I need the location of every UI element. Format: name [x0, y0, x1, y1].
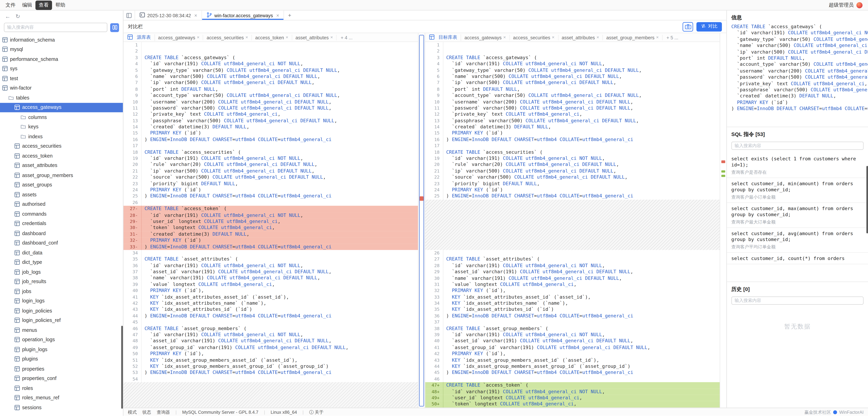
- close-icon[interactable]: ×: [597, 35, 599, 40]
- tree-item-commands[interactable]: commands: [0, 209, 123, 219]
- tree-item-performance_schema[interactable]: performance_schema: [0, 54, 123, 64]
- close-icon[interactable]: ×: [331, 35, 333, 40]
- close-icon[interactable]: ×: [245, 35, 248, 40]
- tree-item-roles_menus_ref[interactable]: roles_menus_ref: [0, 393, 123, 403]
- tree-item-login_policies_ref[interactable]: login_policies_ref: [0, 315, 123, 325]
- tree-item-sessions[interactable]: sessions: [0, 403, 123, 412]
- tree-item-test[interactable]: test: [0, 74, 123, 83]
- source-table-tab-access_securities[interactable]: access_securities×: [203, 35, 252, 40]
- menu-view[interactable]: 查看: [35, 0, 52, 10]
- statusbar-status[interactable]: 状态: [142, 409, 151, 415]
- snapshot-button[interactable]: [683, 22, 693, 31]
- target-more-tabs[interactable]: + 5 ...: [662, 35, 682, 40]
- tree-item-asset_attributes[interactable]: asset_attributes: [0, 161, 123, 170]
- sidebar-search-input[interactable]: [4, 23, 107, 32]
- tree-item-access_gateways[interactable]: access_gateways: [0, 103, 123, 112]
- tree-item-properties_conf[interactable]: properties_conf: [0, 374, 123, 383]
- history-search-input[interactable]: [731, 296, 864, 305]
- tree-item-plugins[interactable]: plugins: [0, 354, 123, 364]
- tree-item-information_schema[interactable]: information_schema: [0, 35, 123, 44]
- tree-item-operation_logs[interactable]: operation_logs: [0, 335, 123, 345]
- minimap-viewport[interactable]: [419, 35, 424, 407]
- tree-item-asset_group_members[interactable]: asset_group_members: [0, 170, 123, 180]
- toggle-sidebar-icon[interactable]: [123, 10, 135, 20]
- brand-footer: 赢金技术社区 WinFactorAI: [804, 409, 864, 415]
- new-tab-button[interactable]: +: [284, 10, 295, 20]
- refresh-icon[interactable]: ↻: [16, 13, 20, 19]
- target-table-tab-asset_attributes[interactable]: asset_attributes×: [558, 35, 603, 40]
- tree-item-columns[interactable]: columns: [0, 112, 123, 122]
- close-icon[interactable]: ×: [197, 35, 199, 40]
- code-line: 53) ENGINE=InnoDB DEFAULT CHARSET=utf8mb…: [123, 370, 418, 376]
- tree-item-access_securities[interactable]: access_securities: [0, 141, 123, 151]
- target-table-tab-asset_group_members[interactable]: asset_group_members×: [603, 35, 662, 40]
- line-number: 50+: [425, 401, 443, 408]
- source-table-tab-asset_attributes[interactable]: asset_attributes×: [292, 35, 337, 40]
- tree-item-dashboard[interactable]: dashboard: [0, 228, 123, 238]
- tree-item-login_logs[interactable]: login_logs: [0, 296, 123, 306]
- close-icon[interactable]: ×: [194, 12, 197, 18]
- sql-command-item[interactable]: select customer_id, max(amount) from ord…: [727, 203, 868, 228]
- tree-item-indexs[interactable]: indexs: [0, 132, 123, 141]
- statusbar-mode[interactable]: 模式: [128, 409, 137, 415]
- target-table-tab-access_securities[interactable]: access_securities×: [510, 35, 558, 40]
- close-icon[interactable]: ×: [503, 35, 506, 40]
- info-panel-scrollbar[interactable]: [866, 166, 868, 233]
- tree-item-dict_type[interactable]: dict_type: [0, 257, 123, 267]
- menu-file[interactable]: 文件: [2, 0, 19, 10]
- tab-console[interactable]: 2025-12-30 08:34:42×: [135, 10, 202, 20]
- tree-item-access_token[interactable]: access_token: [0, 151, 123, 161]
- sql-command-item[interactable]: select customer_id, min(amount) from ord…: [727, 178, 868, 203]
- close-icon[interactable]: ×: [286, 35, 288, 40]
- sidebar-scrollbar[interactable]: [121, 326, 123, 409]
- sql-commands-search-input[interactable]: [731, 141, 864, 150]
- code-line: 7 `ip` varchar(500) COLLATE utf8mb4_gene…: [425, 80, 720, 86]
- close-icon[interactable]: ×: [656, 35, 659, 40]
- tree-item-sys[interactable]: sys: [0, 64, 123, 74]
- table-icon: [14, 356, 20, 362]
- target-minimap[interactable]: [720, 33, 726, 408]
- tab-compare[interactable]: win-factor.access_gateways×: [202, 10, 284, 20]
- back-icon[interactable]: ←: [5, 13, 11, 19]
- close-icon[interactable]: ×: [552, 35, 555, 40]
- tree-item-assets[interactable]: assets: [0, 190, 123, 200]
- about-link[interactable]: ⓘ 关于: [309, 409, 323, 415]
- tree-item-asset_groups[interactable]: asset_groups: [0, 180, 123, 190]
- code-line: 37 `asset_id` varchar(191) COLLATE utf8m…: [123, 269, 418, 275]
- menu-edit[interactable]: 编辑: [19, 0, 35, 10]
- tree-item-credentials[interactable]: credentials: [0, 219, 123, 229]
- tree-item-login_policies[interactable]: login_policies: [0, 306, 123, 316]
- tree-item-job_results[interactable]: job_results: [0, 277, 123, 287]
- database-icon: [127, 34, 133, 40]
- avatar[interactable]: [856, 2, 862, 8]
- sql-command-item[interactable]: select customer_id, count(*) from orders: [727, 252, 868, 264]
- sidebar-compare-button[interactable]: [110, 23, 119, 32]
- tree-item-mysql[interactable]: mysql: [0, 44, 123, 54]
- compare-button[interactable]: 对比: [696, 22, 722, 31]
- tree-item-jobs[interactable]: jobs: [0, 286, 123, 296]
- tree-item-tables[interactable]: tables: [0, 93, 123, 103]
- tree-item-job_logs[interactable]: job_logs: [0, 267, 123, 277]
- menu-help[interactable]: 帮助: [52, 0, 69, 10]
- source-table-tab-access_gateways[interactable]: access_gateways×: [155, 35, 203, 40]
- tree-item-dashboard_conf[interactable]: dashboard_conf: [0, 238, 123, 248]
- source-more-tabs[interactable]: + 4 ...: [337, 35, 356, 40]
- tree-item-properties[interactable]: properties: [0, 364, 123, 374]
- tree-item-roles[interactable]: roles: [0, 383, 123, 393]
- statusbar-query[interactable]: 查询器: [157, 409, 170, 415]
- source-editor[interactable]: 123CREATE TABLE `access_gateways` (4 `id…: [123, 42, 418, 408]
- tree-item-dict_data[interactable]: dict_data: [0, 248, 123, 257]
- source-minimap[interactable]: [418, 33, 425, 408]
- tree-item-authorised[interactable]: authorised: [0, 199, 123, 209]
- source-table-tab-access_token[interactable]: access_token×: [252, 35, 292, 40]
- sql-command-item[interactable]: select exists (select 1 from customers w…: [727, 153, 868, 178]
- tree-item-plugin_logs[interactable]: plugin_logs: [0, 345, 123, 354]
- table-icon: [14, 201, 20, 207]
- close-icon[interactable]: ×: [276, 12, 279, 18]
- sql-command-item[interactable]: select customer_id, avg(amount) from ord…: [727, 228, 868, 252]
- tree-item-menus[interactable]: menus: [0, 325, 123, 335]
- target-editor[interactable]: 123CREATE TABLE `access_gateways` (4 `id…: [425, 42, 720, 408]
- tree-item-win-factor[interactable]: win-factor: [0, 83, 123, 93]
- target-table-tab-access_gateways[interactable]: access_gateways×: [461, 35, 510, 40]
- tree-item-keys[interactable]: keys: [0, 122, 123, 132]
